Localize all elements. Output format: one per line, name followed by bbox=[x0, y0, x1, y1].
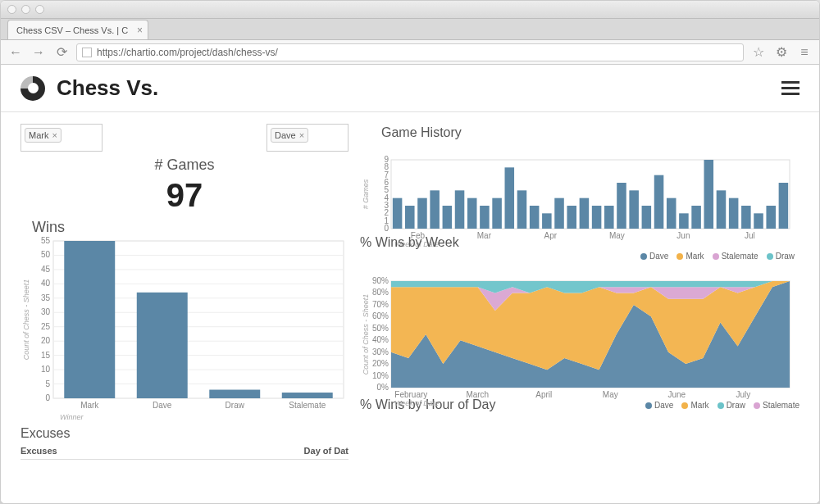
svg-text:60%: 60% bbox=[372, 311, 389, 320]
svg-rect-49 bbox=[430, 190, 440, 229]
svg-text:Draw: Draw bbox=[226, 401, 245, 410]
svg-text:35: 35 bbox=[41, 293, 51, 302]
svg-rect-47 bbox=[405, 206, 415, 229]
menu-icon[interactable]: ≡ bbox=[796, 44, 813, 61]
svg-rect-54 bbox=[492, 198, 502, 229]
svg-text:50: 50 bbox=[41, 250, 51, 259]
svg-rect-55 bbox=[505, 167, 515, 229]
legend-stalemate: Stalemate bbox=[722, 252, 758, 261]
svg-text:10%: 10% bbox=[372, 371, 389, 380]
svg-text:Count of Chess - Sheet1: Count of Chess - Sheet1 bbox=[362, 294, 370, 375]
browser-tab[interactable]: Chess CSV – Chess Vs. | C × bbox=[7, 20, 148, 39]
filter-player2[interactable]: Dave × bbox=[266, 124, 348, 152]
svg-text:Dave: Dave bbox=[153, 401, 172, 410]
svg-text:10: 10 bbox=[41, 365, 51, 374]
forward-button[interactable]: → bbox=[30, 44, 47, 61]
svg-rect-74 bbox=[741, 206, 751, 229]
traffic-lights bbox=[7, 5, 44, 14]
filter-chip-mark[interactable]: Mark × bbox=[25, 128, 61, 143]
chip-label: Dave bbox=[275, 130, 296, 140]
brand: Chess Vs. bbox=[20, 75, 158, 101]
svg-rect-70 bbox=[691, 206, 701, 229]
close-window-button[interactable] bbox=[7, 5, 16, 14]
back-button[interactable]: ← bbox=[7, 44, 24, 61]
svg-text:70%: 70% bbox=[372, 300, 389, 309]
remove-chip-icon[interactable]: × bbox=[52, 130, 57, 140]
svg-text:40%: 40% bbox=[372, 335, 389, 344]
svg-text:May: May bbox=[603, 390, 618, 399]
zoom-window-button[interactable] bbox=[35, 5, 44, 14]
excuses-col2: Day of Dat bbox=[304, 446, 348, 456]
svg-rect-56 bbox=[517, 190, 527, 229]
excuses-col1: Excuses bbox=[20, 446, 57, 456]
page-title: Chess Vs. bbox=[57, 75, 158, 101]
svg-rect-75 bbox=[754, 213, 763, 229]
wins-by-week-chart: % Wins by Week Dave Mark Stalemate Draw … bbox=[360, 235, 800, 391]
kpi-label: # Games bbox=[20, 157, 348, 174]
browser-toolbar: ← → ⟳ https://chartio.com/project/dash/c… bbox=[1, 40, 819, 65]
svg-rect-63 bbox=[604, 206, 614, 229]
filter-player1[interactable]: Mark × bbox=[20, 124, 102, 152]
svg-rect-29 bbox=[209, 390, 260, 398]
titlebar bbox=[1, 1, 819, 19]
svg-text:30: 30 bbox=[41, 307, 51, 316]
filter-chip-dave[interactable]: Dave × bbox=[271, 128, 308, 143]
svg-text:0%: 0% bbox=[377, 383, 390, 392]
svg-rect-27 bbox=[137, 293, 188, 398]
svg-rect-76 bbox=[766, 206, 776, 229]
excuses-section: Excuses Excuses Day of Dat bbox=[20, 426, 348, 460]
svg-text:55: 55 bbox=[41, 236, 51, 245]
svg-rect-31 bbox=[282, 393, 333, 398]
remove-chip-icon[interactable]: × bbox=[299, 130, 304, 140]
tab-strip: Chess CSV – Chess Vs. | C × bbox=[1, 19, 819, 40]
svg-text:April: April bbox=[535, 390, 552, 399]
page-header: Chess Vs. bbox=[1, 65, 819, 112]
svg-rect-50 bbox=[443, 206, 453, 229]
svg-rect-57 bbox=[530, 206, 540, 229]
svg-text:Week of Date: Week of Date bbox=[394, 399, 439, 407]
svg-text:90%: 90% bbox=[372, 276, 389, 285]
svg-rect-66 bbox=[642, 206, 652, 229]
svg-text:15: 15 bbox=[41, 351, 51, 360]
game-history-title: Game History bbox=[381, 125, 800, 140]
svg-rect-25 bbox=[64, 241, 115, 398]
svg-text:80%: 80% bbox=[372, 288, 389, 297]
svg-text:Winner: Winner bbox=[60, 413, 84, 421]
url-bar[interactable]: https://chartio.com/project/dash/chess-v… bbox=[76, 43, 744, 61]
svg-rect-53 bbox=[480, 206, 490, 229]
svg-text:25: 25 bbox=[41, 322, 51, 331]
url-text: https://chartio.com/project/dash/chess-v… bbox=[97, 47, 278, 58]
svg-rect-71 bbox=[704, 160, 714, 229]
bookmark-icon[interactable]: ☆ bbox=[750, 44, 767, 61]
minimize-window-button[interactable] bbox=[21, 5, 30, 14]
close-tab-icon[interactable]: × bbox=[137, 25, 143, 36]
svg-rect-67 bbox=[654, 175, 664, 229]
excuses-title: Excuses bbox=[20, 426, 348, 441]
svg-rect-62 bbox=[592, 206, 602, 229]
svg-rect-69 bbox=[679, 213, 689, 229]
svg-rect-52 bbox=[467, 198, 477, 229]
kpi-games: # Games 97 bbox=[20, 157, 348, 214]
svg-text:0: 0 bbox=[45, 393, 50, 402]
hamburger-menu-icon[interactable] bbox=[781, 81, 800, 95]
svg-rect-73 bbox=[729, 198, 739, 229]
svg-text:20%: 20% bbox=[372, 359, 389, 368]
page-body: Chess Vs. Mark × Dave × bbox=[1, 65, 819, 504]
reload-button[interactable]: ⟳ bbox=[53, 44, 70, 61]
browser-window: Chess CSV – Chess Vs. | C × ← → ⟳ https:… bbox=[0, 0, 820, 504]
legend-draw: Draw bbox=[776, 252, 795, 261]
svg-rect-51 bbox=[455, 190, 465, 229]
svg-text:Mark: Mark bbox=[80, 401, 99, 410]
wins-by-week-title: % Wins by Week bbox=[360, 235, 800, 250]
wins-chart: 0510152025303540455055MarkDaveDrawStalem… bbox=[20, 233, 348, 421]
svg-rect-60 bbox=[567, 206, 576, 229]
svg-rect-58 bbox=[542, 213, 552, 229]
svg-text:30%: 30% bbox=[372, 347, 389, 356]
svg-rect-61 bbox=[580, 198, 590, 229]
svg-rect-64 bbox=[617, 183, 626, 229]
svg-text:50%: 50% bbox=[372, 324, 389, 333]
game-history-chart: Game History 0123456789FebMarAprMayJunJu… bbox=[360, 125, 800, 232]
settings-gear-icon[interactable]: ⚙ bbox=[773, 44, 790, 61]
svg-text:# Games: # Games bbox=[362, 179, 370, 209]
svg-rect-46 bbox=[393, 198, 403, 229]
